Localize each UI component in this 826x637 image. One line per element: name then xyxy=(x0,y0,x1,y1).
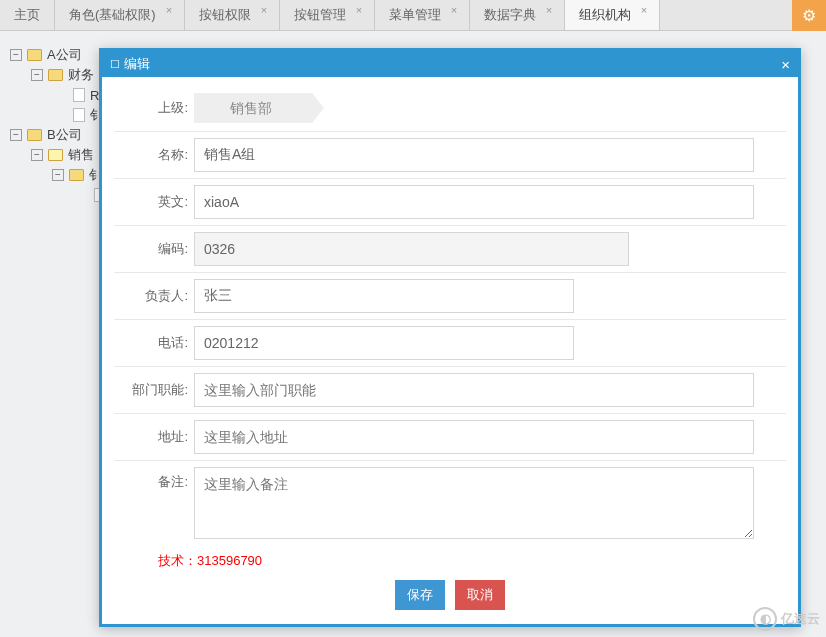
name-label: 名称: xyxy=(114,146,194,164)
tab-bar: 主页 角色(基础权限)× 按钮权限× 按钮管理× 菜单管理× 数据字典× 组织机… xyxy=(0,0,826,31)
collapse-icon[interactable]: − xyxy=(52,169,64,181)
code-label: 编码: xyxy=(114,240,194,258)
breadcrumb-segment[interactable]: 销售部 xyxy=(194,93,312,123)
parent-breadcrumb[interactable]: 销售部 xyxy=(194,87,786,129)
owner-input[interactable] xyxy=(194,279,574,313)
function-input[interactable] xyxy=(194,373,754,407)
page-icon xyxy=(73,88,85,102)
close-icon[interactable]: × xyxy=(451,5,461,15)
folder-icon xyxy=(48,69,63,81)
page-icon xyxy=(73,108,85,122)
phone-label: 电话: xyxy=(114,334,194,352)
collapse-icon[interactable]: − xyxy=(10,129,22,141)
tab-dict[interactable]: 数据字典× xyxy=(470,0,565,30)
tab-home[interactable]: 主页 xyxy=(0,0,55,30)
gear-icon[interactable]: ⚙ xyxy=(792,0,826,31)
folder-icon xyxy=(48,149,63,161)
close-icon[interactable]: × xyxy=(356,5,366,15)
collapse-icon[interactable]: − xyxy=(31,69,43,81)
name-input[interactable] xyxy=(194,138,754,172)
remark-textarea[interactable] xyxy=(194,467,754,539)
parent-label: 上级: xyxy=(114,99,194,117)
tab-btnmgmt[interactable]: 按钮管理× xyxy=(280,0,375,30)
window-icon: ☐ xyxy=(110,58,120,71)
phone-input[interactable] xyxy=(194,326,574,360)
code-input xyxy=(194,232,629,266)
folder-icon xyxy=(27,49,42,61)
dialog-header: ☐ 编辑 × xyxy=(102,51,798,77)
close-icon[interactable]: × xyxy=(546,5,556,15)
addr-label: 地址: xyxy=(114,428,194,446)
dialog-buttons: 保存 取消 xyxy=(114,580,786,610)
edit-dialog: ☐ 编辑 × 上级: 销售部 名称: 英文: 编码: 负责人: 电话: xyxy=(99,48,801,627)
close-icon[interactable]: × xyxy=(781,56,790,73)
dialog-title: 编辑 xyxy=(124,55,150,73)
tab-menu[interactable]: 菜单管理× xyxy=(375,0,470,30)
cancel-button[interactable]: 取消 xyxy=(455,580,505,610)
close-icon[interactable]: × xyxy=(261,5,271,15)
close-icon[interactable]: × xyxy=(166,5,176,15)
save-button[interactable]: 保存 xyxy=(395,580,445,610)
en-label: 英文: xyxy=(114,193,194,211)
folder-icon xyxy=(27,129,42,141)
address-input[interactable] xyxy=(194,420,754,454)
remark-label: 备注: xyxy=(114,461,194,491)
dialog-body: 上级: 销售部 名称: 英文: 编码: 负责人: 电话: 部门职能: xyxy=(102,77,798,624)
tab-org[interactable]: 组织机构× xyxy=(565,0,660,30)
english-input[interactable] xyxy=(194,185,754,219)
logo-icon: ◐ xyxy=(753,607,777,631)
watermark-logo: ◐ 亿速云 xyxy=(753,607,820,631)
tab-btnperm[interactable]: 按钮权限× xyxy=(185,0,280,30)
close-icon[interactable]: × xyxy=(641,5,651,15)
tab-role[interactable]: 角色(基础权限)× xyxy=(55,0,185,30)
tech-contact: 技术：313596790 xyxy=(158,552,786,570)
folder-icon xyxy=(69,169,84,181)
func-label: 部门职能: xyxy=(114,381,194,399)
collapse-icon[interactable]: − xyxy=(31,149,43,161)
collapse-icon[interactable]: − xyxy=(10,49,22,61)
owner-label: 负责人: xyxy=(114,287,194,305)
